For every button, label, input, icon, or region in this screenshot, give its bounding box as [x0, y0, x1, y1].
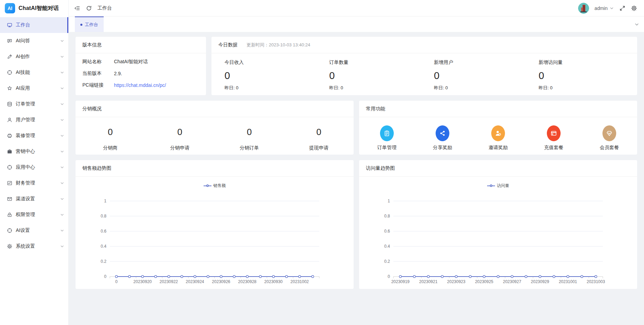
tab-bar: 工作台 [69, 16, 644, 32]
sales-chart-title: 销售额趋势图 [82, 165, 111, 171]
navbar-left: 工作台 [74, 5, 112, 11]
fullscreen-icon[interactable] [619, 5, 625, 11]
app-root: AI ChatAI智能对话 工作台AI问答AI创作AI技能AI应用订单管理用户管… [0, 0, 644, 325]
today-stat: 今日收入 0 昨日: 0 [218, 59, 323, 91]
chevron-down-icon [60, 70, 64, 75]
main-column: 工作台 admin [69, 0, 644, 325]
svg-text:1: 1 [104, 199, 106, 203]
svg-text:0.8: 0.8 [384, 214, 390, 218]
briefcase-icon [7, 149, 12, 154]
tabbar-chevron-down-icon[interactable] [634, 16, 639, 32]
sidebar-item-marketing[interactable]: 营销中心 [0, 144, 68, 159]
legend-marker-icon [487, 186, 490, 186]
chevron-down-icon [60, 39, 64, 43]
version-value: 2.9. [114, 71, 122, 76]
user-menu[interactable]: admin [595, 5, 614, 11]
pencil-icon [7, 54, 12, 59]
svg-text:0: 0 [388, 274, 390, 279]
stat-yesterday: 昨日: 0 [329, 85, 428, 91]
quick-item[interactable]: 订单管理 [359, 125, 415, 151]
svg-text:0.2: 0.2 [101, 259, 106, 264]
sidebar-item-user[interactable]: 用户管理 [0, 112, 68, 128]
sidebar-item-ai-qa[interactable]: AI问答 [0, 33, 68, 49]
sidebar-item-app-center[interactable]: 应用中心 [0, 159, 68, 175]
distribution-value: 0 [215, 127, 284, 137]
sidebar-item-label: AI技能 [16, 69, 30, 76]
refresh-icon[interactable] [86, 5, 92, 11]
sales-chart: 销售额 00.20.40.60.810202309202023092220230… [76, 183, 354, 289]
breadcrumb[interactable]: 工作台 [97, 5, 112, 11]
username: admin [595, 5, 608, 11]
collapse-sidebar-icon[interactable] [74, 5, 80, 11]
avatar[interactable] [578, 3, 589, 14]
sidebar-item-ai-skill[interactable]: AI技能 [0, 65, 68, 80]
quick-item[interactable]: 分享奖励 [415, 125, 470, 151]
quick-item[interactable]: 邀请奖励 [470, 125, 526, 151]
svg-text:20230919: 20230919 [391, 279, 410, 284]
compass-icon [7, 70, 12, 75]
svg-text:0.4: 0.4 [101, 244, 106, 249]
sidebar-item-decorate[interactable]: 装修管理 [0, 128, 68, 144]
quick-item[interactable]: 会员套餐 [582, 125, 637, 151]
sidebar-item-ai-setting[interactable]: AI设置 [0, 223, 68, 238]
sidebar-item-label: 权限管理 [16, 212, 35, 218]
legend-marker-icon [204, 186, 206, 186]
sidebar-item-channel[interactable]: 渠道设置 [0, 191, 68, 207]
chevron-down-icon [60, 197, 64, 201]
legend-circle-icon [490, 184, 492, 187]
version-card-body: 网站名称ChatAI智能对话当前版本2.9.PC端链接https://chat.… [76, 53, 206, 95]
svg-text:0.6: 0.6 [384, 229, 390, 234]
sidebar-item-order[interactable]: 订单管理 [0, 96, 68, 112]
distribution-card-header: 分销概况 [76, 101, 354, 117]
chevron-down-icon [60, 118, 64, 122]
sidebar-item-label: 订单管理 [16, 101, 35, 107]
user-icon [7, 117, 12, 123]
svg-text:1: 1 [388, 199, 390, 203]
tab-workbench[interactable]: 工作台 [75, 16, 104, 32]
sidebar-menu: 工作台AI问答AI创作AI技能AI应用订单管理用户管理装修管理营销中心应用中心财… [0, 16, 68, 254]
app-logo: AI [5, 3, 15, 13]
sidebar-item-label: 工作台 [16, 22, 30, 28]
stat-label: 新增用户 [434, 59, 532, 66]
version-label: 网站名称 [82, 59, 114, 65]
printer-icon [7, 133, 12, 138]
chevron-down-icon [60, 244, 64, 248]
chart-legend[interactable]: 访问量 [359, 183, 637, 189]
gem-icon [602, 125, 616, 141]
share-icon [436, 125, 449, 141]
distribution-stats-row: 0 分销商0 分销申请0 分销订单0 提现申请 [76, 117, 354, 155]
distribution-label: 分销商 [76, 145, 145, 151]
quick-item[interactable]: 充值套餐 [526, 125, 582, 151]
sidebar-item-workbench[interactable]: 工作台 [0, 17, 68, 33]
distribution-value: 0 [145, 127, 215, 137]
svg-text:20230923: 20230923 [447, 279, 465, 284]
chart-plot: 00.20.40.60.8102023092020230922202309242… [76, 191, 354, 286]
sidebar-item-ai-app[interactable]: AI应用 [0, 80, 68, 96]
chevron-down-icon [60, 134, 64, 138]
chart-plot: 00.20.40.60.8120230919202309212023092320… [359, 191, 637, 286]
today-stat: 新增访问量 0 昨日: 0 [532, 59, 637, 91]
svg-text:0: 0 [104, 274, 106, 279]
chart-legend[interactable]: 销售额 [76, 183, 354, 189]
stat-label: 订单数量 [329, 59, 428, 66]
gear-icon[interactable] [631, 5, 637, 11]
chevron-down-icon [60, 181, 64, 185]
database-icon [7, 101, 12, 107]
stat-value: 0 [225, 70, 323, 81]
version-value: ChatAI智能对话 [114, 59, 148, 65]
distribution-value: 0 [284, 127, 354, 137]
visits-chart-header: 访问量趋势图 [359, 160, 637, 177]
sidebar-item-system[interactable]: 系统设置 [0, 238, 68, 254]
version-card-title: 版本信息 [82, 42, 102, 48]
sidebar-item-finance[interactable]: 财务管理 [0, 175, 68, 191]
stat-yesterday: 昨日: 0 [539, 85, 637, 91]
svg-text:20230926: 20230926 [212, 279, 230, 284]
pc-link[interactable]: https://chat.mddai.cn/pc/ [114, 82, 166, 88]
sidebar-item-ai-create[interactable]: AI创作 [0, 49, 68, 65]
sidebar-item-label: 营销中心 [16, 148, 35, 155]
legend-circle-icon [206, 184, 209, 187]
visits-trend-card: 访问量趋势图 访问量 00.20.40.60.81202309192023092… [359, 160, 637, 289]
today-card: 今日数据 更新时间：2023-10-03 13:40:24 今日收入 0 昨日:… [211, 37, 637, 95]
sidebar-item-permission[interactable]: 权限管理 [0, 207, 68, 223]
stat-value: 0 [329, 70, 428, 81]
